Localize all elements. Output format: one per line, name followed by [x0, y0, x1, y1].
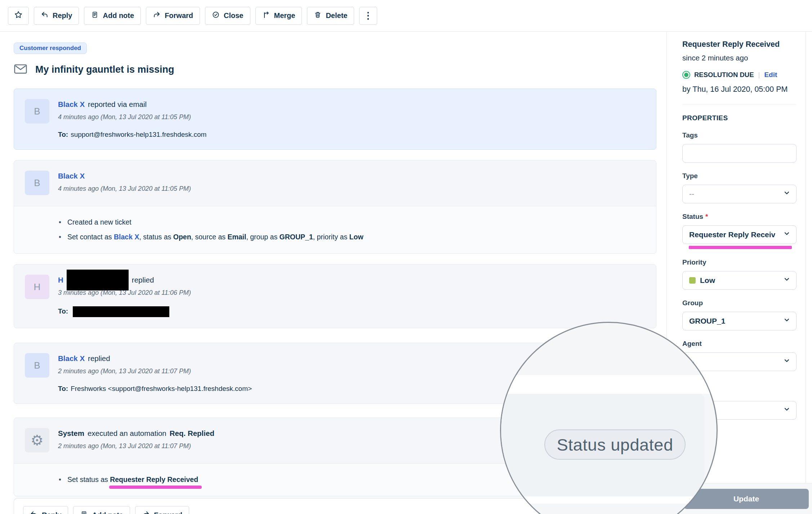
star-button[interactable] [8, 7, 29, 25]
scrollbar[interactable] [806, 32, 806, 483]
agent-label: Agent [682, 340, 796, 348]
merge-button-label: Merge [274, 12, 295, 20]
redaction-block [67, 270, 129, 290]
merge-button[interactable]: Merge [255, 7, 302, 25]
group-select[interactable]: GROUP_1 [682, 312, 797, 330]
timestamp: 4 minutes ago (Mon, 13 Jul 2020 at 11:05… [58, 113, 206, 121]
note-icon [91, 11, 99, 21]
priority-select[interactable]: Low [682, 271, 797, 290]
sla-green-dot-icon [682, 71, 690, 79]
recipient-line: To: [58, 306, 191, 317]
recipient-line: To:Freshworks <support@freshworks-help13… [58, 385, 252, 393]
ticket-status-badge: Customer responded [14, 42, 87, 54]
type-select[interactable]: -- [682, 185, 797, 203]
activity-item: Set contact as Black X, status as Open, … [67, 232, 645, 242]
activity-item: Created a new ticket [67, 217, 645, 227]
status-field: Status* Requester Reply Receiv [682, 213, 796, 249]
chevron-down-icon [783, 230, 790, 239]
tags-input[interactable] [682, 144, 797, 163]
reply-button-label: Reply [42, 511, 61, 514]
redaction-block [73, 306, 169, 317]
reply-button-label: Reply [53, 12, 72, 20]
conversation-item-created: B Black X 4 minutes ago (Mon, 13 Jul 202… [14, 160, 656, 254]
avatar: B [25, 99, 49, 123]
close-button[interactable]: Close [205, 7, 250, 25]
delete-button-label: Delete [326, 12, 347, 20]
automation-name: Req. Replied [170, 429, 214, 438]
contact-name-link[interactable]: Black X [58, 100, 85, 109]
callout-background-band [501, 375, 717, 394]
forward-button-bottom[interactable]: Forward [135, 506, 189, 514]
chevron-down-icon [783, 316, 790, 325]
kebab-icon: ⋮ [363, 10, 373, 21]
timestamp: 3 minutes ago (Mon, 13 Jul 2020 at 11:06… [58, 289, 191, 297]
chevron-down-icon [783, 357, 790, 366]
timestamp: 2 minutes ago (Mon, 13 Jul 2020 at 11:07… [58, 368, 252, 375]
avatar: B [25, 171, 49, 195]
event-action: replied [132, 276, 154, 284]
chevron-down-icon [783, 189, 790, 198]
callout-background-band [501, 496, 717, 504]
add-note-button-label: Add note [92, 511, 123, 514]
close-button-label: Close [224, 12, 243, 20]
gear-icon: ⚙ [25, 428, 49, 452]
sla-due-date: by Thu, 16 Jul 2020, 05:00 PM [682, 84, 791, 95]
forward-icon [153, 11, 161, 21]
merge-icon [262, 11, 270, 21]
status-select[interactable]: Requester Reply Receiv [682, 225, 797, 244]
agent-select[interactable]: -- [682, 352, 797, 371]
activity-list: Created a new ticket Set contact as Blac… [14, 206, 656, 253]
event-action: replied [88, 354, 110, 363]
more-actions-button[interactable]: ⋮ [359, 7, 377, 25]
properties-heading: PROPERTIES [682, 114, 796, 122]
priority-field: Priority Low [682, 258, 796, 290]
update-button[interactable]: Update [684, 489, 809, 509]
event-action: executed an automation [88, 429, 166, 438]
sla-edit-link[interactable]: Edit [764, 71, 777, 79]
priority-low-swatch [689, 277, 696, 284]
trash-icon [314, 11, 322, 21]
contact-name-link[interactable]: Black X [58, 354, 85, 363]
current-status-title: Requester Reply Received [682, 40, 796, 49]
ticket-subject: My infinity gauntlet is missing [35, 64, 174, 75]
chevron-down-icon [783, 276, 790, 285]
agent-name-link[interactable]: H [58, 276, 63, 284]
priority-label: Priority [682, 258, 796, 266]
chevron-down-icon [783, 406, 790, 415]
separator: | [758, 71, 760, 79]
forward-button[interactable]: Forward [146, 7, 200, 25]
timestamp: 4 minutes ago (Mon, 13 Jul 2020 at 11:05… [58, 185, 191, 193]
envelope-icon [14, 63, 27, 76]
tags-label: Tags [682, 131, 796, 139]
reply-button[interactable]: Reply [34, 7, 79, 25]
conversation-item-reported: B Black X reported via email 4 minutes a… [14, 89, 656, 150]
reply-icon [30, 510, 38, 514]
conversation-item-agent-reply: H H replied 3 minutes ago (Mon, 13 Jul 2… [14, 264, 656, 328]
annotation-underline [689, 246, 792, 249]
recipient-line: To:support@freshworks-help131.freshdesk.… [58, 131, 206, 139]
system-name: System [58, 429, 84, 438]
forward-icon [142, 510, 150, 514]
divider [682, 104, 796, 104]
forward-button-label: Forward [165, 12, 193, 20]
add-note-button-label: Add note [103, 12, 134, 20]
type-field: Type -- [682, 172, 796, 203]
sla-label: RESOLUTION DUE [694, 71, 754, 79]
status-updated-toast: Status updated [544, 429, 686, 460]
reply-icon [41, 11, 49, 21]
timestamp: 2 minutes ago (Mon, 13 Jul 2020 at 11:07… [58, 442, 214, 450]
delete-button[interactable]: Delete [307, 7, 354, 25]
agent-field: Agent -- [682, 340, 796, 371]
add-note-button-bottom[interactable]: Add note [73, 506, 130, 514]
ticket-toolbar: Reply Add note Forward Close Merge [0, 0, 812, 32]
status-since: since 2 minutes ago [682, 54, 796, 62]
forward-button-label: Forward [154, 511, 182, 514]
note-icon [80, 510, 88, 514]
add-note-button[interactable]: Add note [84, 7, 141, 25]
tags-field: Tags [682, 131, 796, 163]
contact-name-link[interactable]: Black X [58, 172, 85, 180]
reply-button-bottom[interactable]: Reply [23, 506, 68, 514]
status-label: Status* [682, 213, 796, 221]
required-asterisk: * [705, 213, 708, 220]
freshdesk-ticket-page: Reply Add note Forward Close Merge [0, 0, 812, 514]
